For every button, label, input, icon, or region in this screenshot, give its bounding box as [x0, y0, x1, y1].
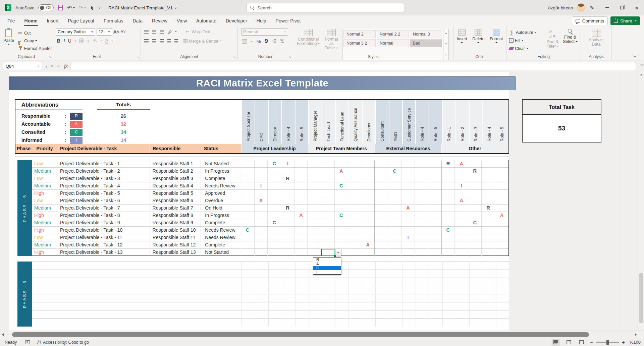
raci-cell[interactable]: R: [281, 175, 294, 182]
raci-cell[interactable]: [442, 197, 455, 204]
raci-cell[interactable]: [401, 168, 415, 175]
raci-cell[interactable]: [442, 182, 455, 189]
underline-button[interactable]: U: [68, 38, 71, 44]
tab-formulas[interactable]: Formulas: [99, 15, 128, 26]
raci-cell[interactable]: [294, 182, 308, 189]
raci-cell[interactable]: [375, 197, 388, 204]
raci-cell[interactable]: C: [468, 219, 482, 226]
raci-cell[interactable]: [321, 182, 335, 189]
raci-cell[interactable]: [361, 212, 375, 219]
raci-cell[interactable]: [361, 227, 375, 234]
grow-font-icon[interactable]: A˄: [113, 29, 119, 35]
raci-cell[interactable]: [321, 175, 335, 182]
raci-cell[interactable]: [281, 227, 294, 234]
raci-cell[interactable]: A: [294, 212, 308, 219]
raci-cell[interactable]: [442, 212, 455, 219]
share-button[interactable]: Share: [610, 16, 640, 25]
restore-button[interactable]: [614, 0, 629, 15]
raci-cell[interactable]: [361, 234, 375, 241]
raci-cell[interactable]: [455, 190, 468, 197]
raci-cell[interactable]: [335, 190, 348, 197]
align-top-icon[interactable]: [144, 30, 149, 34]
raci-cell[interactable]: A: [455, 197, 468, 204]
raci-cell[interactable]: [321, 234, 335, 241]
raci-cell[interactable]: A: [495, 212, 508, 219]
raci-cell[interactable]: [268, 190, 281, 197]
raci-cell[interactable]: [482, 234, 495, 241]
raci-cell[interactable]: [241, 212, 255, 219]
raci-cell[interactable]: [388, 175, 401, 182]
raci-cell[interactable]: [468, 197, 482, 204]
raci-cell[interactable]: [415, 197, 428, 204]
raci-cell[interactable]: [428, 175, 442, 182]
borders-icon[interactable]: [79, 39, 84, 43]
raci-cell[interactable]: [348, 205, 362, 212]
collapse-ribbon-icon[interactable]: [634, 54, 636, 57]
tab-view[interactable]: View: [172, 15, 192, 26]
raci-cell[interactable]: [255, 190, 268, 197]
paste-button[interactable]: Paste: [0, 28, 17, 52]
raci-cell[interactable]: [415, 212, 428, 219]
raci-cell[interactable]: [294, 249, 308, 256]
raci-cell[interactable]: [361, 160, 375, 167]
raci-cell[interactable]: [375, 241, 388, 248]
raci-cell[interactable]: [455, 175, 468, 182]
raci-cell[interactable]: [268, 241, 281, 248]
raci-cell[interactable]: [415, 241, 428, 248]
page-layout-view-button[interactable]: [565, 339, 573, 346]
raci-cell[interactable]: [241, 175, 255, 182]
raci-cell[interactable]: [482, 249, 495, 256]
raci-cell[interactable]: [415, 249, 428, 256]
raci-cell[interactable]: [294, 168, 308, 175]
raci-cell[interactable]: [255, 168, 268, 175]
raci-cell[interactable]: [348, 227, 362, 234]
cancel-formula-icon[interactable]: ×: [51, 63, 53, 69]
raci-cell[interactable]: [468, 212, 482, 219]
dropdown-option-r[interactable]: R: [313, 257, 341, 262]
raci-cell[interactable]: [482, 175, 495, 182]
raci-cell[interactable]: [495, 241, 508, 248]
font-size-combo[interactable]: 12: [97, 28, 112, 36]
raci-cell[interactable]: R: [482, 205, 495, 212]
tab-power-pivot[interactable]: Power Pivot: [271, 15, 306, 26]
raci-cell[interactable]: A: [401, 205, 415, 212]
raci-cell[interactable]: [294, 175, 308, 182]
tab-page-layout[interactable]: Page Layout: [63, 15, 99, 26]
raci-cell[interactable]: [281, 182, 294, 189]
raci-cell[interactable]: [442, 168, 455, 175]
dropdown-option-a[interactable]: A: [313, 262, 341, 266]
raci-cell[interactable]: [428, 197, 442, 204]
raci-cell[interactable]: [321, 212, 335, 219]
raci-cell[interactable]: [375, 227, 388, 234]
raci-cell[interactable]: [361, 219, 375, 226]
raci-cell[interactable]: [321, 197, 335, 204]
raci-cell[interactable]: [442, 190, 455, 197]
align-middle-icon[interactable]: [152, 30, 156, 34]
raci-cell[interactable]: [241, 168, 255, 175]
align-right-icon[interactable]: [160, 39, 164, 43]
raci-cell[interactable]: [388, 234, 401, 241]
raci-cell[interactable]: [308, 234, 321, 241]
raci-cell[interactable]: [401, 249, 415, 256]
raci-cell[interactable]: [495, 234, 508, 241]
align-bottom-icon[interactable]: [160, 30, 164, 34]
raci-cell[interactable]: [281, 212, 294, 219]
tab-data[interactable]: Data: [128, 15, 147, 26]
tab-automate[interactable]: Automate: [192, 15, 221, 26]
style-normal-3-2[interactable]: Normal 3 2: [343, 39, 376, 47]
raci-cell[interactable]: [455, 168, 468, 175]
redo-button[interactable]: ↷: [79, 4, 86, 11]
raci-cell[interactable]: [268, 197, 281, 204]
tab-developer[interactable]: Developer: [221, 15, 252, 26]
raci-cell[interactable]: [428, 219, 442, 226]
raci-cell[interactable]: C: [442, 227, 455, 234]
raci-cell[interactable]: [281, 168, 294, 175]
raci-cell[interactable]: [428, 227, 442, 234]
raci-cell[interactable]: [321, 205, 335, 212]
cut-button[interactable]: ✂Cut: [17, 30, 52, 37]
raci-cell[interactable]: [348, 168, 362, 175]
raci-cell[interactable]: [321, 241, 335, 248]
raci-cell[interactable]: [335, 227, 348, 234]
accessibility-status[interactable]: Accessibility: Good to go: [37, 340, 89, 345]
raci-cell[interactable]: [428, 234, 442, 241]
